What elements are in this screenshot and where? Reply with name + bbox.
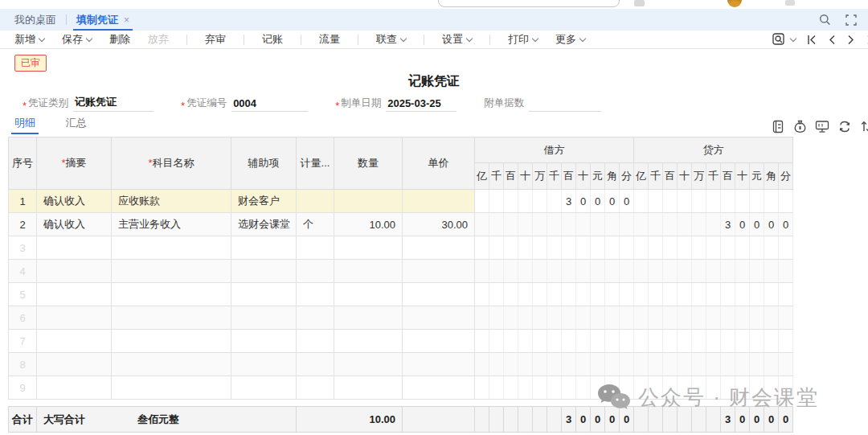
cell-debit-digit[interactable] — [518, 236, 533, 260]
cell-credit-digit[interactable] — [721, 283, 735, 306]
cell-credit-digit[interactable] — [721, 260, 735, 283]
cell-debit-digit[interactable] — [475, 213, 489, 236]
cell-debit-digit[interactable] — [591, 353, 605, 376]
cell-aux[interactable] — [231, 283, 297, 306]
cell-qty[interactable] — [334, 330, 403, 353]
search-icon[interactable] — [819, 14, 831, 26]
cell-debit-digit[interactable] — [576, 353, 591, 376]
cell-summary[interactable] — [37, 353, 112, 376]
cell-debit-digit[interactable] — [547, 353, 562, 376]
cell-credit-digit[interactable] — [678, 330, 692, 353]
browser-address-input[interactable] — [438, 0, 620, 7]
cell-debit-digit[interactable] — [547, 330, 562, 353]
cell-aux[interactable] — [231, 306, 297, 330]
cell-debit-digit[interactable] — [504, 306, 518, 330]
toolbar-button-流量[interactable]: 流量 — [319, 32, 340, 47]
cell-credit-digit[interactable] — [692, 260, 706, 283]
cell-unit[interactable] — [297, 283, 334, 306]
toolbar-button-保存[interactable]: 保存 — [62, 32, 92, 47]
cell-credit-digit[interactable]: 0 — [779, 213, 793, 236]
cell-debit-digit[interactable] — [562, 213, 576, 236]
cell-summary[interactable] — [37, 283, 112, 306]
cell-unit[interactable] — [297, 190, 334, 213]
cell-debit-digit[interactable] — [533, 190, 547, 213]
cell-debit-digit[interactable] — [475, 306, 489, 330]
cell-credit-digit[interactable] — [692, 330, 706, 353]
cell-debit-digit[interactable] — [504, 190, 518, 213]
cell-price[interactable] — [403, 330, 475, 353]
toolbar-button-弃审[interactable]: 弃审 — [205, 32, 226, 47]
field-value-input[interactable] — [529, 97, 601, 112]
cell-debit-digit[interactable] — [576, 260, 591, 283]
cell-credit-digit[interactable] — [678, 283, 692, 306]
cell-debit-digit[interactable] — [533, 306, 547, 330]
cell-credit-digit[interactable] — [764, 190, 779, 213]
cell-debit-digit[interactable] — [620, 306, 634, 330]
cell-unit[interactable] — [297, 306, 334, 330]
cell-credit-digit[interactable] — [634, 213, 649, 236]
cell-debit-digit[interactable] — [475, 376, 489, 400]
cell-credit-digit[interactable] — [649, 260, 663, 283]
cell-qty[interactable] — [334, 236, 403, 260]
journal-icon[interactable] — [772, 120, 785, 133]
cell-price[interactable] — [403, 306, 475, 330]
cell-debit-digit[interactable] — [475, 330, 489, 353]
cell-debit-digit[interactable] — [605, 330, 620, 353]
locate-voucher-icon[interactable] — [772, 33, 796, 47]
cell-debit-digit[interactable] — [620, 260, 634, 283]
cell-credit-digit[interactable] — [750, 190, 764, 213]
cell-debit-digit[interactable] — [489, 283, 504, 306]
cell-debit-digit[interactable] — [518, 190, 533, 213]
cell-debit-digit[interactable] — [475, 236, 489, 260]
cell-credit-digit[interactable] — [779, 190, 793, 213]
cell-price[interactable] — [403, 283, 475, 306]
monitor-icon[interactable] — [815, 120, 829, 133]
cell-debit-digit[interactable]: 0 — [605, 190, 620, 213]
cell-unit[interactable] — [297, 330, 334, 353]
cell-debit-digit[interactable] — [504, 260, 518, 283]
cell-credit-digit[interactable] — [750, 306, 764, 330]
fullscreen-icon[interactable] — [845, 14, 857, 26]
field-value-input[interactable]: 2025-03-25 — [386, 97, 457, 112]
cell-aux[interactable] — [231, 376, 297, 400]
cell-credit-digit[interactable] — [750, 260, 764, 283]
cell-debit-digit[interactable] — [562, 236, 576, 260]
cell-credit-digit[interactable] — [735, 330, 750, 353]
view-tab-汇总[interactable]: 汇总 — [66, 116, 87, 134]
cell-price[interactable] — [403, 236, 475, 260]
cell-debit-digit[interactable]: 0 — [620, 190, 634, 213]
toolbar-button-删除[interactable]: 删除 — [109, 32, 130, 47]
cell-debit-digit[interactable] — [605, 283, 620, 306]
cell-price[interactable] — [403, 190, 475, 213]
cell-debit-digit[interactable] — [475, 283, 489, 306]
cell-debit-digit[interactable] — [533, 283, 547, 306]
cell-credit-digit[interactable] — [649, 353, 663, 376]
cell-credit-digit[interactable] — [663, 236, 678, 260]
cell-debit-digit[interactable] — [533, 236, 547, 260]
cell-debit-digit[interactable] — [518, 260, 533, 283]
cell-debit-digit[interactable] — [591, 306, 605, 330]
cell-credit-digit[interactable] — [678, 213, 692, 236]
cell-debit-digit[interactable] — [605, 306, 620, 330]
cell-debit-digit[interactable] — [620, 213, 634, 236]
cell-qty[interactable] — [334, 376, 403, 400]
cell-credit-digit[interactable] — [721, 190, 735, 213]
cell-price[interactable] — [403, 260, 475, 283]
cell-credit-digit[interactable] — [706, 283, 721, 306]
cell-summary[interactable]: 确认收入 — [37, 190, 112, 213]
cell-debit-digit[interactable] — [518, 353, 533, 376]
cell-credit-digit[interactable] — [721, 353, 735, 376]
toolbar-button-联查[interactable]: 联查 — [376, 32, 406, 47]
cell-credit-digit[interactable] — [649, 213, 663, 236]
cell-credit-digit[interactable] — [663, 330, 678, 353]
cell-aux[interactable]: 财会客户 — [231, 190, 297, 213]
cell-summary[interactable] — [37, 306, 112, 330]
cell-aux[interactable] — [231, 260, 297, 283]
cell-debit-digit[interactable] — [518, 376, 533, 400]
cell-aux[interactable]: 选财会课堂 — [231, 213, 297, 236]
cell-credit-digit[interactable] — [706, 306, 721, 330]
cell-credit-digit[interactable] — [663, 213, 678, 236]
toolbar-button-更多[interactable]: 更多 — [555, 32, 585, 47]
cell-qty[interactable]: 10.00 — [334, 213, 403, 236]
cell-debit-digit[interactable] — [562, 376, 576, 400]
